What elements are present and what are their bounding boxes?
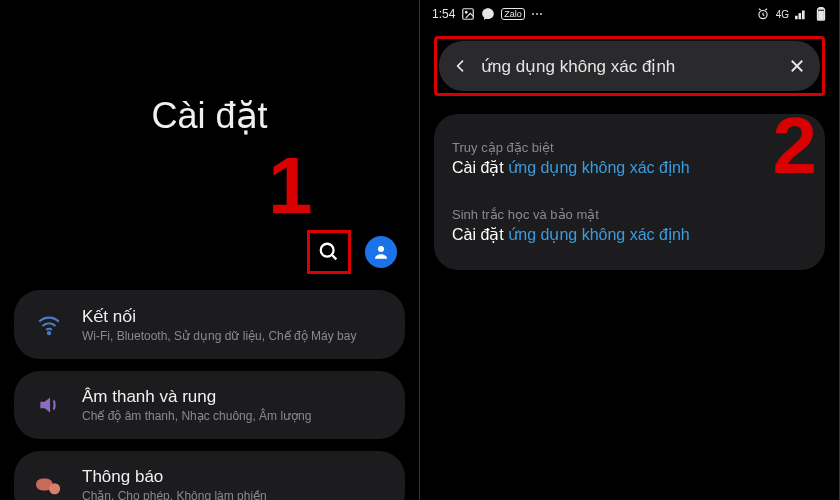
action-row [307, 230, 397, 274]
speaker-icon [34, 392, 64, 418]
svg-rect-9 [795, 16, 798, 20]
svg-point-3 [48, 332, 50, 334]
svg-rect-10 [799, 13, 802, 19]
signal-label: 4G [776, 9, 789, 20]
svg-point-2 [378, 246, 384, 252]
settings-item-sounds[interactable]: Âm thanh và rung Chế độ âm thanh, Nhạc c… [14, 371, 405, 439]
settings-item-connections[interactable]: Kết nối Wi-Fi, Bluetooth, Sử dụng dữ liệ… [14, 290, 405, 359]
item-subtitle: Chế độ âm thanh, Nhạc chuông, Âm lượng [82, 409, 385, 423]
settings-item-notifications[interactable]: Thông báo Chặn, Cho phép, Không làm phiề… [14, 451, 405, 500]
settings-list: Kết nối Wi-Fi, Bluetooth, Sử dụng dữ liệ… [14, 290, 405, 500]
svg-rect-13 [819, 7, 823, 9]
svg-point-7 [466, 11, 468, 13]
messenger-icon [481, 7, 495, 21]
user-icon [372, 243, 390, 261]
battery-icon [815, 7, 827, 21]
alarm-icon [756, 7, 770, 21]
settings-search-pane: 1:54 Zalo ⋯ 4G ứng dụng không xác định 2… [420, 0, 840, 500]
result-line: Cài đặt ứng dụng không xác định [452, 225, 807, 244]
result-breadcrumb: Sinh trắc học và bảo mật [452, 207, 807, 222]
item-title: Thông báo [82, 467, 385, 487]
status-bar: 1:54 Zalo ⋯ 4G [420, 2, 839, 26]
clear-icon[interactable] [788, 57, 806, 75]
item-title: Âm thanh và rung [82, 387, 385, 407]
step-annotation-2: 2 [773, 100, 818, 192]
item-title: Kết nối [82, 306, 385, 327]
step-annotation-1: 1 [268, 140, 313, 232]
search-button[interactable] [307, 230, 351, 274]
search-bar[interactable]: ứng dụng không xác định [439, 41, 820, 91]
zalo-icon: Zalo [501, 8, 525, 20]
result-item-special-access[interactable]: Truy cập đặc biệt Cài đặt ứng dụng không… [452, 130, 807, 187]
result-breadcrumb: Truy cập đặc biệt [452, 140, 807, 155]
result-item-biometrics[interactable]: Sinh trắc học và bảo mật Cài đặt ứng dụn… [452, 197, 807, 254]
search-icon [318, 241, 340, 263]
account-avatar[interactable] [365, 236, 397, 268]
search-bar-highlight: ứng dụng không xác định [434, 36, 825, 96]
svg-point-0 [321, 244, 334, 257]
gallery-icon [461, 7, 475, 21]
svg-line-1 [332, 255, 337, 260]
notification-icon [34, 474, 64, 496]
page-title: Cài đặt [0, 95, 419, 137]
back-icon[interactable] [453, 58, 469, 74]
search-results: Truy cập đặc biệt Cài đặt ứng dụng không… [434, 114, 825, 270]
svg-rect-11 [802, 11, 805, 20]
more-icon: ⋯ [531, 7, 543, 21]
signal-icon [795, 8, 809, 20]
status-time: 1:54 [432, 7, 455, 21]
item-subtitle: Chặn, Cho phép, Không làm phiền [82, 489, 385, 500]
svg-point-5 [49, 483, 60, 494]
settings-home-pane: Cài đặt 1 Kết nối Wi-Fi, Bluetooth, Sử d… [0, 0, 420, 500]
svg-rect-14 [819, 11, 823, 19]
result-line: Cài đặt ứng dụng không xác định [452, 158, 807, 177]
search-input[interactable]: ứng dụng không xác định [481, 56, 776, 77]
wifi-icon [34, 312, 64, 338]
item-subtitle: Wi-Fi, Bluetooth, Sử dụng dữ liệu, Chế đ… [82, 329, 385, 343]
